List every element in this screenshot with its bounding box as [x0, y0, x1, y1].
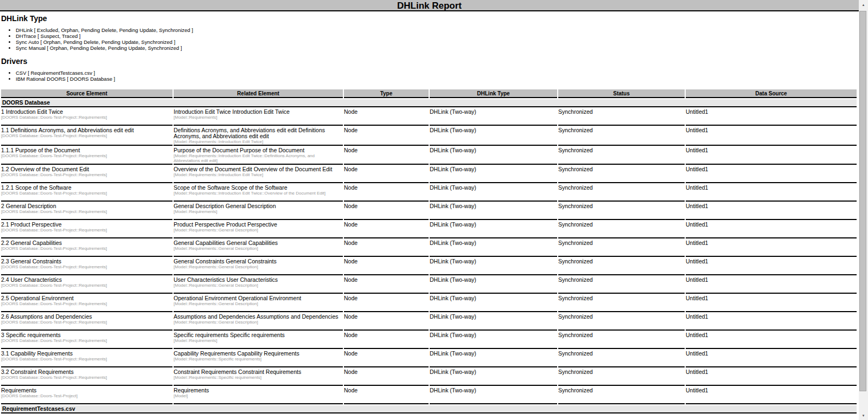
element-name: Purpose of the Document Purpose of the D…	[174, 147, 341, 153]
element-path: [Model::Requirements::Introduction Edit …	[174, 153, 341, 163]
scrollbar-up-button[interactable]: ▲	[859, 0, 868, 9]
type-cell: Node	[344, 108, 429, 126]
status-cell: Synchronized	[558, 147, 685, 165]
table-row: Requirements[DOORS Database::Doors-Test-…	[1, 387, 857, 404]
source-element-cell: 2.3 General Constraints[DOORS Database::…	[1, 258, 173, 275]
element-name: General Capabilities General Capabilitie…	[174, 240, 341, 246]
element-path: [Model::Requirements::General Descriptio…	[174, 264, 341, 269]
element-path: [DOORS Database::Doors-Test-Project::Req…	[1, 320, 171, 325]
element-path: [Model]	[174, 393, 341, 398]
element-path: [DOORS Database::Doors-Test-Project::Req…	[1, 283, 171, 288]
related-element-cell: General Description General Description[…	[174, 203, 343, 220]
status-cell: Synchronized	[558, 313, 685, 331]
table-row: 1.2 Overview of the Document Edit[DOORS …	[1, 166, 857, 183]
element-name: General Constraints General Constraints	[174, 259, 341, 264]
data-source-cell: Untitled1	[686, 313, 857, 331]
dhlink-type-list: DHLink [ Excluded, Orphan, Pending Delet…	[0, 27, 859, 51]
data-source-cell: Untitled1	[686, 184, 857, 202]
element-path: [Model::Requirements::Introduction Edit …	[174, 172, 341, 177]
dhlink-type-cell: DHLink (Two-way)	[430, 203, 557, 220]
data-source-cell: Untitled1	[686, 350, 857, 367]
status-cell: Synchronized	[558, 258, 685, 275]
related-element-cell: Operational Environment Operational Envi…	[174, 295, 343, 312]
type-cell: Node	[344, 203, 429, 220]
status-cell: Synchronized	[558, 221, 685, 238]
type-cell: Node	[344, 166, 429, 183]
type-cell: Node	[344, 276, 429, 294]
table-header-row: Source ElementRelated ElementTypeDHLink …	[1, 89, 857, 98]
type-cell: Node	[344, 295, 429, 312]
element-name: 1.2 Overview of the Document Edit	[1, 166, 171, 172]
column-header: Related Element	[174, 89, 343, 98]
element-name: 2.3 General Constraints	[1, 259, 171, 264]
related-element-cell: User Characteristics User Characteristic…	[174, 276, 343, 294]
element-path: [Model::Requirements::Specific requireme…	[174, 375, 341, 380]
type-cell: Node	[344, 147, 429, 165]
table-row: 2 General Description[DOORS Database::Do…	[1, 203, 857, 220]
up-arrow-icon: ▲	[862, 3, 865, 7]
related-element-cell: Specific requirements Specific requireme…	[174, 332, 343, 349]
related-element-cell: Purpose of the Document Purpose of the D…	[174, 147, 343, 165]
element-path: [Model::Requirements::General Descriptio…	[174, 228, 341, 232]
data-source-cell: Untitled1	[686, 221, 857, 238]
dhlink-type-cell: DHLink (Two-way)	[430, 276, 557, 294]
dhlink-type-cell: DHLink (Two-way)	[430, 387, 557, 404]
status-cell: Synchronized	[558, 369, 685, 386]
scrollbar-down-button[interactable]: ▼	[859, 411, 868, 420]
status-cell: Synchronized	[558, 295, 685, 312]
element-path: [Model::Requirements]	[174, 115, 341, 120]
element-path: [Model::Requirements::Introduction Edit …	[174, 191, 341, 196]
status-cell: Synchronized	[558, 350, 685, 367]
table-row: 2.1 Product Perspective[DOORS Database::…	[1, 221, 857, 238]
list-item: Sync Auto [ Orphan, Pending Delete, Pend…	[16, 39, 859, 45]
page-title: DHLink Report	[0, 0, 859, 11]
scrollbar-thumb[interactable]	[859, 11, 866, 391]
element-name: 2.6 Assumptions and Dependencies	[1, 314, 171, 320]
element-path: [DOORS Database::Doors-Test-Project::Req…	[1, 228, 171, 232]
list-item: Sync Manual [ Orphan, Pending Delete, Pe…	[16, 45, 859, 51]
data-source-cell: Untitled1	[686, 127, 857, 146]
report-page: DHLink Report DHLink Type DHLink [ Exclu…	[0, 0, 859, 415]
element-path: [DOORS Database::Doors-Test-Project::Req…	[1, 246, 171, 251]
data-source-cell: Untitled1	[686, 276, 857, 294]
status-cell: Synchronized	[558, 332, 685, 349]
table-row: 1 Introduction Edit Twice[DOORS Database…	[1, 108, 857, 126]
element-name: Overview of the Document Edit Overview o…	[174, 166, 341, 172]
element-name: Requirements	[1, 387, 171, 393]
dhlink-type-cell: DHLink (Two-way)	[430, 332, 557, 349]
section-heading-drivers: Drivers	[1, 57, 859, 66]
element-path: [DOORS Database::Doors-Test-Project::Req…	[1, 375, 171, 380]
table-row: 2.4 User Characteristics[DOORS Database:…	[1, 276, 857, 294]
dhlink-type-cell: DHLink (Two-way)	[430, 295, 557, 312]
element-name: Definitions Acronyms, and Abbreviations …	[174, 127, 341, 139]
type-cell: Node	[344, 332, 429, 349]
data-source-cell: Untitled1	[686, 295, 857, 312]
related-element-cell: Capability Requirements Capability Requi…	[174, 350, 343, 367]
element-path: [Model::Requirements]	[174, 338, 341, 343]
element-path: [DOORS Database::Doors-Test-Project::Req…	[1, 115, 171, 120]
status-cell: Synchronized	[558, 108, 685, 126]
related-element-cell: General Capabilities General Capabilitie…	[174, 240, 343, 257]
type-cell: Node	[344, 184, 429, 202]
element-name: Operational Environment Operational Envi…	[174, 295, 341, 301]
element-name: 1.1.1 Purpose of the Document	[1, 147, 171, 153]
related-element-cell: Requirements[Model]	[174, 387, 343, 404]
element-path: [Model::Requirements::Introduction Edit …	[174, 139, 341, 144]
element-name: Introduction Edit Twice Introduction Edi…	[174, 109, 341, 115]
data-source-cell: Untitled1	[686, 166, 857, 183]
status-cell: Synchronized	[558, 203, 685, 220]
source-element-cell: 3 Specific requirements[DOORS Database::…	[1, 332, 173, 349]
table-row: 2.5 Operational Environment[DOORS Databa…	[1, 295, 857, 312]
vertical-scrollbar[interactable]: ▲ ▼	[859, 0, 868, 420]
element-path: [Model::Requirements::General Descriptio…	[174, 320, 341, 325]
down-arrow-icon: ▼	[862, 414, 865, 417]
scrollbar-track[interactable]	[859, 9, 868, 411]
type-cell: Node	[344, 313, 429, 331]
column-header: Data Source	[686, 89, 857, 98]
table-row: 2.6 Assumptions and Dependencies[DOORS D…	[1, 313, 857, 331]
type-cell: Node	[344, 258, 429, 275]
element-name: Product Perspective Product Perspective	[174, 222, 341, 228]
source-element-cell: 1.1.1 Purpose of the Document[DOORS Data…	[1, 147, 173, 165]
status-cell: Synchronized	[558, 127, 685, 146]
source-element-cell: 1.2 Overview of the Document Edit[DOORS …	[1, 166, 173, 183]
